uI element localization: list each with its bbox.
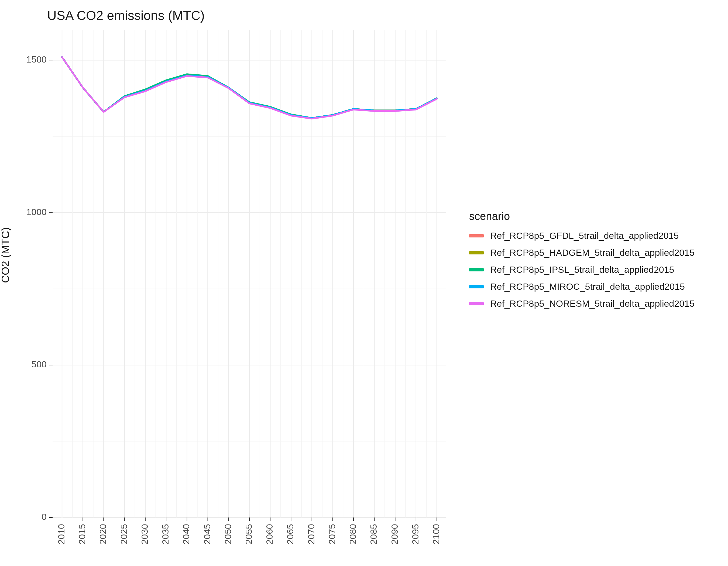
legend-label: Ref_RCP8p5_IPSL_5trail_delta_applied2015 (490, 265, 674, 275)
x-tick-label: 2060 (264, 524, 274, 544)
legend-swatch (469, 251, 484, 255)
legend-swatch (469, 285, 484, 288)
x-tick-label: 2025 (119, 524, 129, 544)
chart-container: USA CO2 emissions (MTC) CO2 (MTC) 050010… (0, 0, 728, 566)
legend-swatch (469, 302, 484, 305)
x-tick-label: 2065 (285, 524, 295, 544)
legend-swatch (469, 268, 484, 272)
x-tick-label: 2030 (139, 524, 150, 544)
x-tick-label: 2090 (389, 524, 400, 544)
x-tick-label: 2085 (368, 524, 379, 544)
x-tick-label: 2040 (181, 524, 191, 544)
x-tick-label: 2055 (243, 524, 254, 544)
x-tick-label: 2070 (306, 524, 316, 544)
legend-label: Ref_RCP8p5_NORESM_5trail_delta_applied20… (490, 298, 695, 309)
legend-item: Ref_RCP8p5_HADGEM_5trail_delta_applied20… (469, 248, 695, 258)
x-tick-label: 2010 (56, 524, 66, 544)
legend-label: Ref_RCP8p5_MIROC_5trail_delta_applied201… (490, 282, 685, 292)
x-tick-label: 2035 (160, 524, 170, 544)
legend-item: Ref_RCP8p5_NORESM_5trail_delta_applied20… (469, 298, 695, 309)
legend-item: Ref_RCP8p5_IPSL_5trail_delta_applied2015 (469, 265, 695, 275)
x-tick-label: 2015 (77, 524, 87, 544)
x-tick-label: 2045 (202, 524, 212, 544)
legend-label: Ref_RCP8p5_HADGEM_5trail_delta_applied20… (490, 248, 695, 258)
y-tick-label: 1500 (26, 54, 47, 64)
legend-item: Ref_RCP8p5_MIROC_5trail_delta_applied201… (469, 282, 695, 292)
legend-swatch (469, 234, 484, 238)
x-tick-label: 2075 (327, 524, 337, 544)
legend-label: Ref_RCP8p5_GFDL_5trail_delta_applied2015 (490, 231, 679, 241)
legend-item: Ref_RCP8p5_GFDL_5trail_delta_applied2015 (469, 231, 695, 241)
x-tick-label: 2095 (410, 524, 420, 544)
x-tick-label: 2050 (223, 524, 233, 544)
x-tick-label: 2020 (98, 524, 108, 544)
legend-title: scenario (469, 210, 695, 222)
y-axis-label: CO2 (MTC) (0, 227, 12, 283)
x-tick-label: 2100 (431, 524, 441, 544)
legend: scenario Ref_RCP8p5_GFDL_5trail_delta_ap… (469, 210, 695, 315)
y-tick-label: 1000 (26, 207, 47, 217)
y-tick-label: 0 (42, 512, 47, 522)
chart-title: USA CO2 emissions (MTC) (47, 8, 205, 23)
y-tick-label: 500 (31, 359, 47, 369)
x-tick-label: 2080 (348, 524, 358, 544)
